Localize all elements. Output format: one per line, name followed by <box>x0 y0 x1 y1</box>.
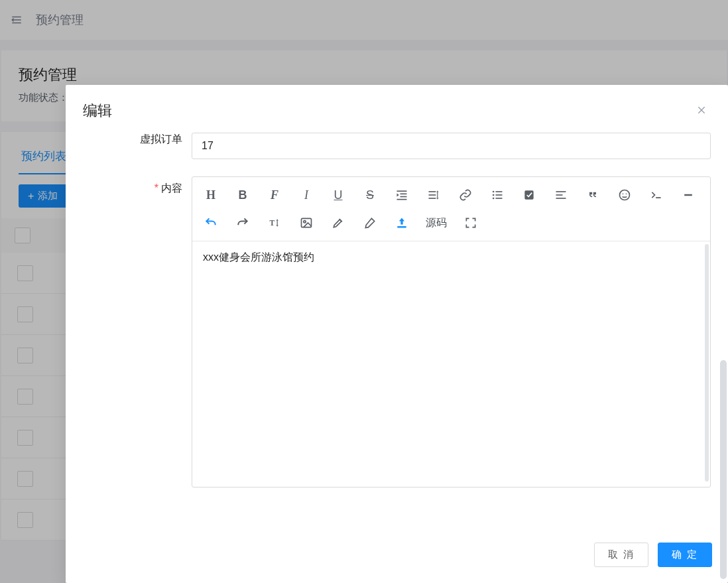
svg-marker-32 <box>276 219 278 221</box>
undo-icon[interactable] <box>196 210 225 235</box>
modal-body: 虚拟订单 *内容 H B F I U S <box>66 133 728 531</box>
align-icon[interactable] <box>546 182 576 208</box>
highlighter-icon[interactable] <box>324 210 353 235</box>
cancel-button[interactable]: 取 消 <box>594 543 648 567</box>
svg-rect-35 <box>302 218 312 227</box>
close-icon <box>696 105 707 115</box>
italic-icon[interactable]: I <box>292 182 321 208</box>
indent-icon[interactable] <box>387 182 416 208</box>
svg-rect-23 <box>556 191 566 192</box>
list-icon[interactable] <box>483 182 512 208</box>
svg-point-36 <box>304 221 306 223</box>
svg-rect-11 <box>429 194 436 196</box>
svg-point-17 <box>493 194 495 196</box>
svg-rect-24 <box>556 194 563 196</box>
content-label-text: 内容 <box>161 182 182 194</box>
link-icon[interactable] <box>451 182 480 208</box>
svg-text:T: T <box>270 219 275 227</box>
source-code-button[interactable]: 源码 <box>419 210 454 235</box>
svg-rect-34 <box>277 221 278 226</box>
virtual-order-input[interactable] <box>192 133 711 159</box>
svg-rect-25 <box>556 198 566 199</box>
svg-rect-22 <box>524 190 533 199</box>
svg-rect-7 <box>400 196 407 198</box>
underline-icon[interactable]: U <box>324 182 353 208</box>
svg-rect-20 <box>496 194 503 196</box>
svg-marker-33 <box>276 225 278 227</box>
field-content: *内容 H B F I U S <box>83 176 711 487</box>
svg-rect-12 <box>429 198 436 199</box>
svg-rect-19 <box>496 191 503 192</box>
editor-scrollbar[interactable] <box>705 244 709 482</box>
required-mark: * <box>154 182 158 194</box>
page-scrollbar[interactable] <box>720 360 727 579</box>
strikethrough-icon[interactable]: S <box>355 182 385 208</box>
fullscreen-icon[interactable] <box>456 210 485 235</box>
upload-icon[interactable] <box>387 210 416 235</box>
svg-point-16 <box>493 191 495 193</box>
image-icon[interactable] <box>292 210 321 235</box>
edit-modal: 编辑 虚拟订单 *内容 H B <box>66 85 728 583</box>
svg-rect-21 <box>496 198 503 199</box>
editor-content-area[interactable]: xxx健身会所游泳馆预约 <box>192 241 710 487</box>
editor-toolbar: H B F I U S <box>192 177 710 241</box>
brush-icon[interactable] <box>355 210 385 235</box>
terminal-icon[interactable] <box>642 182 671 208</box>
virtual-order-label: 虚拟订单 <box>83 133 192 147</box>
svg-marker-9 <box>397 194 399 197</box>
font-icon[interactable]: F <box>260 182 289 208</box>
svg-point-27 <box>623 194 624 195</box>
emoji-icon[interactable] <box>610 182 639 208</box>
svg-point-26 <box>620 190 630 200</box>
content-label: *内容 <box>83 176 192 196</box>
svg-marker-14 <box>436 198 438 200</box>
bold-icon[interactable]: B <box>228 182 257 208</box>
modal-header: 编辑 <box>66 85 728 133</box>
svg-point-28 <box>626 194 627 195</box>
font-size-icon[interactable]: T <box>260 210 289 235</box>
line-height-icon[interactable] <box>419 182 448 208</box>
ok-button[interactable]: 确 定 <box>658 543 712 567</box>
svg-rect-6 <box>400 194 407 195</box>
todo-icon[interactable] <box>515 182 544 208</box>
quote-icon[interactable] <box>578 182 607 208</box>
svg-marker-13 <box>436 190 438 192</box>
redo-icon[interactable] <box>228 210 257 235</box>
svg-rect-15 <box>437 192 438 198</box>
close-button[interactable] <box>692 101 711 119</box>
svg-rect-10 <box>429 191 436 192</box>
svg-point-18 <box>493 198 495 200</box>
rich-text-editor: H B F I U S <box>192 176 711 487</box>
heading-icon[interactable]: H <box>196 182 225 208</box>
svg-rect-8 <box>397 199 407 200</box>
svg-rect-5 <box>397 190 407 192</box>
modal-title: 编辑 <box>83 101 112 121</box>
modal-footer: 取 消 确 定 <box>66 531 728 583</box>
editor-text: xxx健身会所游泳馆预约 <box>203 251 314 263</box>
svg-rect-38 <box>397 226 406 228</box>
minus-icon[interactable] <box>674 182 703 208</box>
field-virtual-order: 虚拟订单 <box>83 133 711 159</box>
